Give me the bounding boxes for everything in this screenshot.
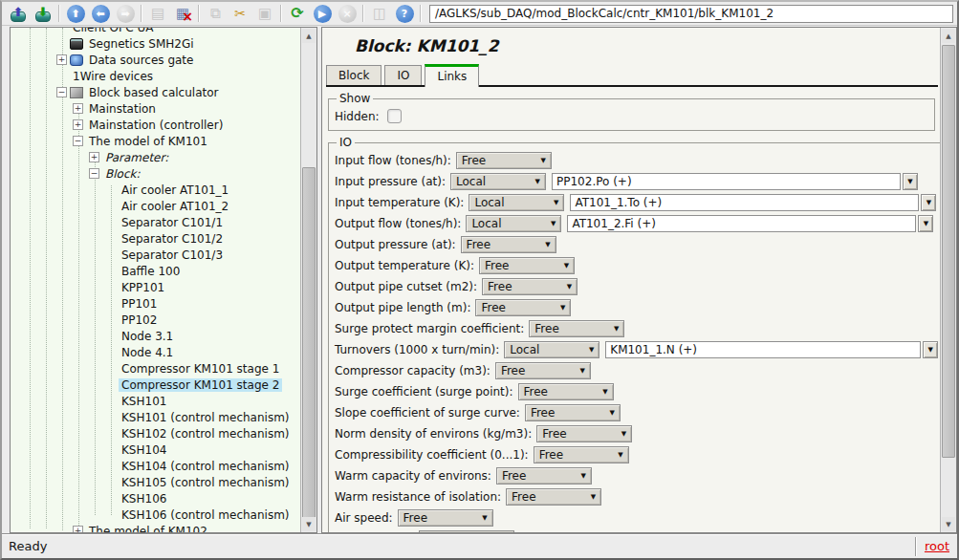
tree-item-ksh106[interactable]: KSH106	[11, 490, 300, 506]
mode-select[interactable]: Free ▼	[475, 299, 571, 316]
mode-select[interactable]: Local ▼	[469, 194, 564, 211]
mode-select[interactable]: Local ▼	[450, 173, 546, 190]
mode-select[interactable]: Free ▼	[398, 509, 493, 527]
mode-select[interactable]: Free ▼	[495, 362, 591, 379]
tree-item-model-of-km102[interactable]: + The model of KM102	[11, 523, 300, 532]
tab-block[interactable]: Block	[326, 65, 381, 85]
mode-select[interactable]: Local ▼	[504, 341, 599, 358]
mode-select[interactable]: Free ▼	[482, 278, 578, 295]
tree-item-ksh105-control-mechanism[interactable]: KSH105 (control mechanism)	[11, 474, 300, 490]
toolbar-button-up[interactable]: ⬆	[63, 3, 88, 25]
tree-item-mainstation-controller[interactable]: + Mainstation (controller)	[11, 117, 300, 133]
tree-scrollbar[interactable]: ▲ ▼	[300, 28, 316, 532]
link-value-input[interactable]: AT101_2.Fi (+)	[567, 215, 916, 232]
expander-icon[interactable]: +	[73, 103, 83, 114]
tree-item-separator-c101-1[interactable]: Separator C101/1	[11, 214, 300, 230]
tree-item-pp102[interactable]: PP102	[11, 312, 300, 328]
tree-item-ksh101[interactable]: KSH101	[11, 393, 300, 409]
toolbar-button[interactable]	[362, 5, 364, 22]
mode-select[interactable]: Free ▼	[479, 257, 575, 274]
toolbar-button[interactable]	[420, 5, 422, 22]
scroll-thumb[interactable]	[302, 167, 316, 519]
toolbar-button-save[interactable]: ⬇	[31, 3, 55, 25]
mode-select[interactable]: Free ▼	[456, 152, 552, 169]
address-bar[interactable]: /AGLKS/sub_DAQ/mod_BlockCalc/cntr_KM101/…	[429, 5, 953, 23]
tree-item-compressor-km101-stage-1[interactable]: Compressor KM101 stage 1	[11, 360, 300, 377]
tree-item-baffle-100[interactable]: Baffle 100	[11, 263, 300, 279]
toolbar-button[interactable]	[141, 5, 142, 22]
mode-select[interactable]: Free ▼	[461, 236, 556, 253]
expander-icon[interactable]: −	[56, 87, 67, 97]
tree-item-separator-c101-3[interactable]: Separator C101/3	[11, 247, 300, 263]
mode-select[interactable]: Free ▼	[529, 320, 624, 337]
nav-tree-panel: Client OPC UA Segnetics SMH2Gi + Data so…	[10, 27, 317, 533]
scroll-down-icon[interactable]: ▼	[302, 517, 316, 531]
scroll-thumb[interactable]	[942, 45, 955, 458]
tree-item-kpp101[interactable]: KPP101	[11, 279, 300, 295]
link-value-input[interactable]: AT101_1.To (+)	[570, 194, 919, 211]
link-dropdown-button[interactable]: ▼	[921, 194, 936, 211]
tree-item-compressor-km101-stage-2[interactable]: Compressor KM101 stage 2	[11, 377, 300, 393]
tree-item-ksh104-control-mechanism[interactable]: KSH104 (control mechanism)	[11, 458, 300, 474]
toolbar-button-about[interactable]: ?	[392, 3, 417, 25]
link-value-input[interactable]: PP102.Po (+)	[552, 173, 901, 190]
mode-select[interactable]: Free ▼	[496, 467, 592, 485]
toolbar-button-cut[interactable]: ✂	[228, 3, 252, 25]
tree-item-pp101[interactable]: PP101	[11, 295, 300, 312]
scroll-up-icon[interactable]: ▲	[302, 29, 316, 43]
toolbar-button[interactable]	[280, 5, 282, 22]
tree-item-ksh106-control-mechanism[interactable]: KSH106 (control mechanism)	[11, 506, 300, 523]
toolbar-button-delete-item[interactable]: ▦	[170, 3, 195, 25]
toolbar-button[interactable]	[58, 5, 60, 22]
mode-select[interactable]: Local ▼	[466, 215, 561, 232]
tree-item-mainstation[interactable]: + Mainstation	[11, 100, 300, 117]
tree-item-air-cooler-at101-2[interactable]: Air cooler AT101_2	[11, 198, 300, 214]
mode-select[interactable]: Free ▼	[506, 488, 601, 506]
tree-item-node-4-1[interactable]: Node 4.1	[11, 344, 300, 360]
tree-item-parameter[interactable]: + Parameter:	[11, 149, 300, 165]
user-link[interactable]: root	[915, 537, 954, 556]
tab-links[interactable]: Links	[425, 64, 479, 87]
tree-item-ksh102-control-mechanism[interactable]: KSH102 (control mechanism)	[11, 425, 300, 442]
toolbar-button-refresh[interactable]: ⟳	[285, 3, 310, 25]
scroll-up-icon[interactable]: ▲	[942, 29, 955, 43]
expander-icon[interactable]: +	[89, 152, 99, 162]
expander-icon[interactable]: +	[73, 526, 83, 532]
toolbar-button-start[interactable]: ▶	[310, 3, 335, 25]
mode-select[interactable]: Free ▼	[536, 425, 632, 442]
expander-icon[interactable]: +	[73, 119, 83, 130]
link-dropdown-button[interactable]: ▼	[923, 341, 938, 358]
tree-item-separator-c101-2[interactable]: Separator C101/2	[11, 230, 300, 247]
mode-select[interactable]: Free ▼	[525, 404, 621, 421]
tree-item-node-3-1[interactable]: Node 3.1	[11, 328, 300, 344]
link-dropdown-button[interactable]: ▼	[918, 215, 933, 232]
tree-item-ksh101-control-mechanism[interactable]: KSH101 (control mechanism)	[11, 409, 300, 425]
link-dropdown-button[interactable]: ▼	[903, 173, 918, 190]
toolbar-button-copy: ⧉	[203, 3, 228, 25]
tree-item-1wire-devices[interactable]: 1Wire devices	[11, 68, 300, 84]
toolbar-button-previous[interactable]: ⬅	[88, 3, 113, 25]
mode-select[interactable]: Free ▼	[534, 446, 629, 463]
expander-icon[interactable]: −	[89, 168, 99, 179]
tree-item-block-based-calculator[interactable]: − Block based calculator	[11, 84, 300, 100]
tree-item-client-opc-ua[interactable]: Client OPC UA	[11, 28, 300, 35]
tab-io[interactable]: IO	[384, 65, 422, 85]
io-row: Compressibility coefficient (0...1): Fre…	[335, 444, 938, 465]
io-row: Input pressure (at): Local ▼ PP102.Po (+…	[335, 171, 938, 192]
tree-item-segnetics-smh2gi[interactable]: Segnetics SMH2Gi	[11, 35, 300, 52]
toolbar-button[interactable]	[198, 5, 200, 22]
link-value-input[interactable]: KM101_1.N (+)	[605, 341, 921, 358]
hidden-checkbox[interactable]	[387, 109, 402, 123]
tree-item-block[interactable]: − Block:	[11, 165, 300, 182]
panel-scrollbar[interactable]: ▲ ▼	[940, 28, 956, 532]
scroll-down-icon[interactable]: ▼	[942, 517, 955, 531]
tree-item-air-cooler-at101-1[interactable]: Air cooler AT101_1	[11, 182, 300, 198]
mode-select[interactable]: Free ▼	[518, 383, 614, 400]
tree-item-model-of-km101[interactable]: − The model of KM101	[11, 133, 300, 149]
expander-icon[interactable]: +	[56, 54, 67, 65]
tree-item-ksh104[interactable]: KSH104	[11, 442, 300, 458]
tree-item-data-sources-gate[interactable]: + Data sources gate	[11, 52, 300, 68]
expander-icon[interactable]: −	[73, 136, 83, 146]
io-label: Input pressure (at):	[335, 175, 450, 188]
toolbar-button-load[interactable]: ⬆	[6, 3, 31, 25]
